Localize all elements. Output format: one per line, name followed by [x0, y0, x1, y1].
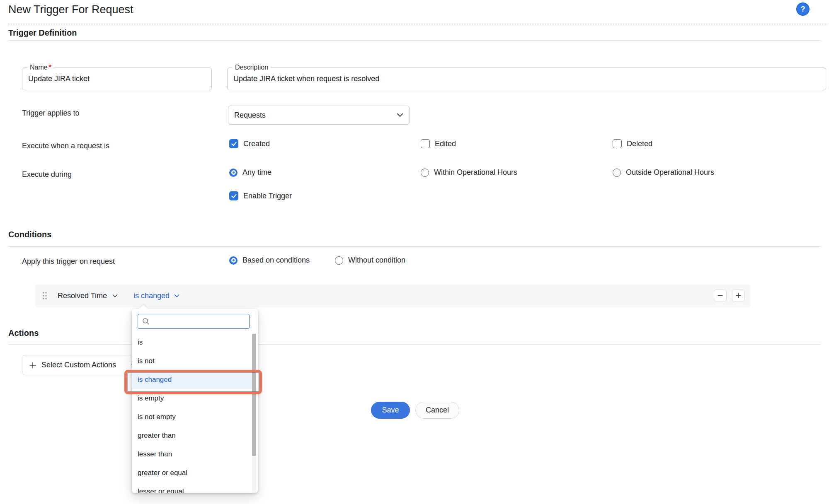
- dropdown-scrollbar[interactable]: [252, 333, 256, 493]
- execute-when-label: Execute when a request is: [22, 142, 109, 150]
- radio-without-condition-label: Without condition: [348, 256, 405, 265]
- add-condition-button[interactable]: [732, 289, 745, 302]
- operator-list: is is not is changed is empty is not emp…: [132, 333, 252, 493]
- remove-condition-button[interactable]: [714, 289, 727, 302]
- select-custom-actions-label: Select Custom Actions: [41, 361, 126, 369]
- applies-to-value: Requests: [234, 111, 266, 120]
- radio-unselected-icon[interactable]: [613, 169, 621, 177]
- checkbox-created-label: Created: [243, 140, 270, 148]
- radio-unselected-icon[interactable]: [421, 169, 429, 177]
- section-actions: Actions: [8, 328, 39, 338]
- operator-option-is-not[interactable]: is not: [132, 352, 252, 370]
- operator-option-is-empty[interactable]: is empty: [132, 389, 252, 408]
- save-button[interactable]: Save: [371, 402, 410, 419]
- dropdown-body: is is not is changed is empty is not emp…: [132, 309, 258, 493]
- radio-outside-operational-hours-label: Outside Operational Hours: [626, 168, 714, 177]
- name-field-value[interactable]: Update JIRA ticket: [28, 68, 206, 90]
- apply-trigger-label: Apply this trigger on request: [22, 257, 115, 266]
- condition-field-select[interactable]: Resolved Time: [58, 292, 118, 300]
- operator-option-is-changed[interactable]: is changed: [132, 370, 252, 389]
- divider: [8, 344, 821, 345]
- checkbox-checked-icon[interactable]: [229, 191, 238, 200]
- checkbox-enable-trigger-label: Enable Trigger: [243, 192, 292, 200]
- execute-during-label: Execute during: [22, 170, 72, 179]
- plus-icon: [29, 362, 36, 369]
- select-custom-actions-button[interactable]: Select Custom Actions: [22, 355, 143, 375]
- section-trigger-definition: Trigger Definition: [8, 28, 77, 38]
- radio-any-time-label: Any time: [242, 168, 271, 177]
- operator-option-is[interactable]: is: [132, 333, 252, 352]
- checkbox-unchecked-icon[interactable]: [613, 139, 622, 148]
- checkbox-edited[interactable]: Edited: [421, 139, 456, 148]
- scrollbar-thumb[interactable]: [252, 334, 256, 456]
- checkbox-deleted-label: Deleted: [627, 140, 652, 148]
- cancel-button-label: Cancel: [426, 406, 449, 415]
- search-icon: [142, 318, 150, 325]
- radio-based-on-conditions-label: Based on conditions: [242, 256, 310, 265]
- operator-option-greater-or-equal[interactable]: greater or equal: [132, 463, 252, 482]
- help-icon: ?: [801, 5, 805, 14]
- condition-row: Resolved Time is changed: [35, 284, 750, 307]
- radio-any-time[interactable]: Any time: [229, 168, 271, 177]
- radio-selected-icon[interactable]: [229, 169, 238, 177]
- name-field[interactable]: Name* Update JIRA ticket: [22, 68, 212, 90]
- radio-unselected-icon[interactable]: [335, 256, 343, 265]
- checkbox-enable-trigger[interactable]: Enable Trigger: [229, 191, 292, 200]
- applies-to-select[interactable]: Requests: [228, 106, 410, 125]
- chevron-down-icon: [397, 113, 403, 117]
- radio-based-on-conditions[interactable]: Based on conditions: [229, 256, 310, 265]
- page-title: New Trigger For Request: [8, 3, 133, 16]
- operator-option-is-not-empty[interactable]: is not empty: [132, 408, 252, 426]
- minus-icon: [717, 292, 723, 299]
- divider: [8, 40, 821, 41]
- help-button[interactable]: ?: [796, 2, 810, 16]
- applies-to-label: Trigger applies to: [22, 109, 79, 118]
- divider: [8, 246, 821, 247]
- operator-option-lesser-or-equal[interactable]: lesser or equal: [132, 482, 252, 493]
- cancel-button[interactable]: Cancel: [415, 402, 459, 419]
- operator-dropdown: is is not is changed is empty is not emp…: [132, 309, 258, 493]
- condition-field-value: Resolved Time: [58, 292, 107, 300]
- radio-within-operational-hours-label: Within Operational Hours: [434, 168, 517, 177]
- chevron-down-icon: [112, 294, 118, 298]
- condition-operator-select[interactable]: is changed: [133, 292, 179, 300]
- checkbox-deleted[interactable]: Deleted: [613, 139, 652, 148]
- radio-outside-operational-hours[interactable]: Outside Operational Hours: [613, 168, 714, 177]
- plus-icon: [735, 292, 742, 299]
- operator-search-input[interactable]: [153, 317, 249, 326]
- condition-operator-value: is changed: [133, 292, 170, 300]
- checkbox-checked-icon[interactable]: [229, 139, 238, 148]
- section-conditions: Conditions: [8, 230, 51, 239]
- description-field-value[interactable]: Update JIRA ticket when request is resol…: [233, 68, 821, 90]
- checkbox-unchecked-icon[interactable]: [421, 139, 430, 148]
- radio-without-condition[interactable]: Without condition: [335, 256, 405, 265]
- description-field[interactable]: Description Update JIRA ticket when requ…: [227, 68, 826, 90]
- header-divider: [8, 24, 826, 24]
- operator-option-greater-than[interactable]: greater than: [132, 426, 252, 445]
- operator-option-lesser-than[interactable]: lesser than: [132, 445, 252, 463]
- operator-search-box[interactable]: [138, 314, 250, 329]
- save-button-label: Save: [382, 406, 399, 415]
- radio-selected-icon[interactable]: [229, 256, 238, 265]
- radio-within-operational-hours[interactable]: Within Operational Hours: [421, 168, 517, 177]
- checkbox-created[interactable]: Created: [229, 139, 270, 148]
- checkbox-edited-label: Edited: [435, 140, 456, 148]
- drag-handle-icon[interactable]: [39, 291, 50, 301]
- chevron-down-icon: [174, 294, 179, 298]
